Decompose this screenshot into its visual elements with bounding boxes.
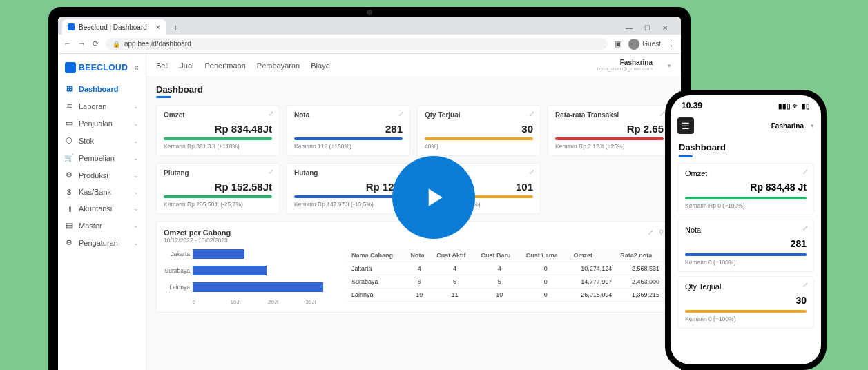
phone-frame: 10.39 ▮▮▯ ᯤ ▮▯ ☰ Fasharina ▾ Dashboard O… bbox=[665, 90, 827, 370]
sidebar-item-master[interactable]: ▤Master⌄ bbox=[58, 217, 146, 234]
chevron-down-icon[interactable]: ▾ bbox=[668, 62, 671, 69]
browser-tab[interactable]: Beecloud | Dashboard × bbox=[62, 19, 166, 35]
expand-icon[interactable]: ⤢ bbox=[268, 168, 273, 175]
progress-bar bbox=[294, 195, 403, 198]
table-cell: 2,568,531 bbox=[616, 262, 664, 275]
sidebar-item-pengaturan[interactable]: ⚙Pengaturan⌄ bbox=[58, 234, 146, 251]
topnav-pembayaran[interactable]: Pembayaran bbox=[257, 61, 300, 70]
table-cell: Jakarta bbox=[347, 262, 406, 275]
expand-icon[interactable]: ⤢ bbox=[802, 168, 808, 175]
topnav-penerimaan[interactable]: Penerimaan bbox=[205, 61, 246, 70]
topnav-biaya[interactable]: Biaya bbox=[311, 61, 330, 70]
phone-statusbar: 10.39 ▮▮▯ ᯤ ▮▯ bbox=[671, 95, 821, 113]
progress-bar bbox=[425, 137, 533, 140]
collapse-sidebar-icon[interactable]: « bbox=[134, 63, 139, 72]
topnav-jual[interactable]: Jual bbox=[180, 61, 193, 70]
expand-icon[interactable]: ⤢ bbox=[802, 224, 808, 232]
table-row[interactable]: Jakarta444010,274,1242,568,531 bbox=[347, 262, 664, 275]
bar-chart: JakartaSurabayaLainnya010Jt20Jt30Jt bbox=[164, 249, 343, 305]
close-tab-icon[interactable]: × bbox=[156, 23, 160, 31]
browser-tabbar: Beecloud | Dashboard × + — ☐ ✕ bbox=[58, 17, 681, 35]
reload-icon[interactable]: ⟳ bbox=[93, 39, 99, 48]
expand-icon[interactable]: ⤢ bbox=[268, 110, 273, 117]
nav-icon: ▭ bbox=[65, 119, 73, 128]
table-cell: 0 bbox=[522, 275, 570, 289]
table-header[interactable]: Cust Aktif bbox=[432, 249, 476, 262]
table-cell: 1,369,215 bbox=[616, 289, 664, 302]
nav-icon: 🛒 bbox=[65, 153, 73, 162]
card-label: Nota bbox=[294, 111, 403, 119]
card-label: Qty Terjual bbox=[685, 282, 807, 291]
expand-icon[interactable]: ⤢ bbox=[659, 110, 665, 117]
chevron-down-icon[interactable]: ▾ bbox=[811, 122, 814, 129]
sidebar-item-kas/bank[interactable]: $Kas/Bank⌄ bbox=[58, 184, 146, 200]
table-row[interactable]: Lainnya191110026,015,0941,369,215 bbox=[347, 289, 664, 302]
table-header[interactable]: Omzet bbox=[570, 249, 617, 262]
table-header[interactable]: Rata2 nota bbox=[616, 249, 664, 262]
sidebar-item-pembelian[interactable]: 🛒Pembelian⌄ bbox=[58, 149, 146, 166]
table-header[interactable]: Nama Cabang bbox=[347, 249, 406, 262]
minimize-icon[interactable]: — bbox=[623, 24, 635, 32]
sidebar-item-label: Dashboard bbox=[79, 85, 118, 93]
chevron-down-icon: ⌄ bbox=[133, 155, 139, 162]
progress-bar bbox=[164, 195, 272, 198]
sidebar-item-stok[interactable]: ⬡Stok⌄ bbox=[58, 132, 146, 149]
user-menu[interactable]: Fasharina beta_user@gmail.com bbox=[597, 59, 653, 72]
chart-bar bbox=[193, 249, 244, 259]
tab-title: Beecloud | Dashboard bbox=[79, 23, 147, 31]
lock-icon: 🔒 bbox=[113, 41, 120, 48]
url-field[interactable]: 🔒 app.bee.id/dashboard bbox=[106, 38, 608, 50]
play-video-button[interactable] bbox=[392, 156, 475, 239]
close-window-icon[interactable]: ✕ bbox=[659, 24, 671, 32]
nav-icon: ≋ bbox=[65, 101, 73, 110]
table-cell: 4 bbox=[432, 262, 476, 275]
progress-bar bbox=[164, 137, 272, 140]
menu-icon[interactable]: ⋮ bbox=[668, 39, 675, 48]
expand-icon[interactable]: ⤢ bbox=[648, 228, 653, 236]
expand-icon[interactable]: ⤢ bbox=[398, 110, 404, 117]
forward-icon[interactable]: → bbox=[78, 39, 86, 48]
stat-card: Piutang⤢Rp 152.58JtKemarin Rp 205.58Jt (… bbox=[156, 163, 280, 214]
expand-icon[interactable]: ⤢ bbox=[529, 168, 534, 175]
profile-chip[interactable]: Guest bbox=[628, 39, 661, 50]
card-prev: Kemarin Rp 205.58Jt (-25,7%) bbox=[164, 201, 272, 208]
chart-category: Lainnya bbox=[164, 284, 193, 291]
phone-page-title: Dashboard bbox=[671, 138, 821, 154]
table-header[interactable]: Cust Lama bbox=[522, 249, 570, 262]
menu-button[interactable]: ☰ bbox=[677, 117, 694, 134]
extension-icon[interactable]: ▣ bbox=[615, 39, 621, 48]
phone-title-accent bbox=[679, 155, 693, 157]
chart-bar bbox=[193, 282, 323, 292]
card-label: Qty Terjual bbox=[425, 111, 533, 119]
brand[interactable]: BEECLOUD « bbox=[58, 58, 146, 80]
sidebar-item-akuntansi[interactable]: ⫼Akuntansi⌄ bbox=[58, 200, 146, 217]
table-cell: 0 bbox=[522, 262, 570, 275]
table-row[interactable]: Surabaya665014,777,9972,463,000 bbox=[347, 275, 664, 289]
progress-bar bbox=[685, 253, 807, 256]
card-label: Nota bbox=[685, 226, 807, 234]
chevron-down-icon: ⌄ bbox=[133, 120, 139, 127]
brand-logo-icon bbox=[65, 62, 76, 73]
sidebar-item-laporan[interactable]: ≋Laporan⌄ bbox=[58, 97, 146, 115]
card-prev: Kemarin 0 (+100%) bbox=[685, 315, 807, 322]
table-cell: 4 bbox=[406, 262, 432, 275]
filter-icon[interactable]: ⚲ bbox=[659, 228, 664, 236]
expand-icon[interactable]: ⤢ bbox=[802, 281, 808, 289]
sidebar-item-label: Master bbox=[79, 222, 102, 230]
new-tab-button[interactable]: + bbox=[168, 21, 182, 35]
maximize-icon[interactable]: ☐ bbox=[641, 24, 653, 32]
table-header[interactable]: Cust Baru bbox=[477, 249, 522, 262]
expand-icon[interactable]: ⤢ bbox=[529, 110, 534, 117]
sidebar-item-penjualan[interactable]: ▭Penjualan⌄ bbox=[58, 115, 146, 132]
app-root: BEECLOUD « ⊞Dashboard≋Laporan⌄▭Penjualan… bbox=[58, 54, 681, 370]
table-header[interactable]: Nota bbox=[406, 249, 432, 262]
sidebar-item-dashboard[interactable]: ⊞Dashboard bbox=[58, 80, 146, 97]
progress-bar bbox=[555, 137, 664, 140]
card-value: Rp 2.65 bbox=[555, 123, 664, 135]
chart-xaxis: 010Jt20Jt30Jt bbox=[164, 299, 343, 305]
sidebar-item-produksi[interactable]: ⚙Produksi⌄ bbox=[58, 166, 146, 184]
progress-bar bbox=[685, 197, 807, 199]
phone-user-name[interactable]: Fasharina bbox=[771, 122, 804, 130]
topnav-beli[interactable]: Beli bbox=[156, 61, 168, 70]
back-icon[interactable]: ← bbox=[64, 39, 71, 48]
